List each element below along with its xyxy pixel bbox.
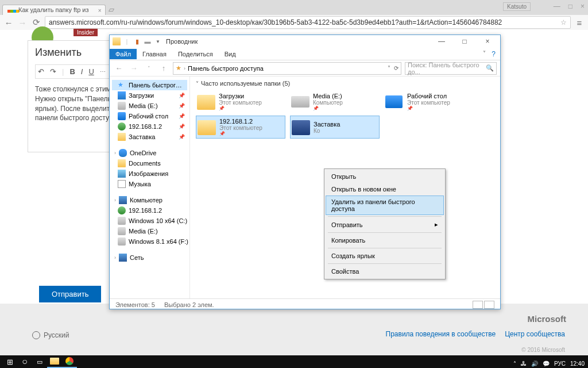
folder-zastavka[interactable]: ЗаставкаКо [290,116,380,139]
qat-sep-icon: | [122,37,131,46]
ctx-open[interactable]: Открыть [326,170,444,183]
nav-desktop[interactable]: Рабочий стол📌 [112,111,187,121]
nav-ip2[interactable]: 192.168.1.2 [112,205,187,216]
taskbar-explorer[interactable] [47,355,62,368]
section-header[interactable]: ˅ Часто используемые папки (5) [196,80,494,87]
qat-newfolder-icon[interactable]: ▬ [143,37,152,46]
nav-ip[interactable]: 192.168.1.2📌 [112,121,187,132]
tray-network-icon[interactable]: 🖧 [521,361,527,367]
ctx-create-shortcut[interactable]: Создать ярлык [326,250,444,262]
nav-documents[interactable]: Documents [112,158,187,168]
ribbon-expand-icon[interactable]: ˅ [483,50,486,58]
bold-button[interactable]: B [69,67,75,76]
nav-onedrive[interactable]: ›OneDrive [112,148,187,158]
explorer-back-icon[interactable]: ← [113,64,125,72]
footer-link-rules[interactable]: Правила поведения в сообществе [386,330,496,338]
tray-action-center-icon[interactable]: 💬 [543,361,550,367]
nav-win10[interactable]: Windows 10 x64 (C:) [112,216,187,226]
explorer-status-bar: Элементов: 5 Выбрано 2 элем. [110,298,500,310]
folder-downloads[interactable]: ЗагрузкиЭтот компьютер📌 [196,90,285,113]
tray-up-icon[interactable]: ˄ [513,361,516,367]
section-title: Часто используемые папки (5) [201,80,290,87]
chevron-right-icon: ▸ [435,221,438,228]
bookmark-star-icon[interactable]: ☆ [560,18,567,26]
ctx-unpin-quick-access[interactable]: Удалить из панели быстрого доступа [326,195,444,215]
view-large-icon[interactable] [484,301,494,309]
explorer-up-icon[interactable]: ↑ [158,64,169,72]
page-footer: Русский Microsoft Правила поведения в со… [0,304,588,355]
browser-tab[interactable]: Как удалить папку ftp из × [2,5,106,15]
nav-zastavka[interactable]: Заставка📌 [112,132,187,142]
ctx-send-to[interactable]: Отправить▸ [326,218,444,231]
nav-music[interactable]: Музыка [112,179,187,189]
nav-downloads[interactable]: Загрузки📌 [112,90,187,101]
restore-icon[interactable]: □ [568,2,572,10]
tab-close-icon[interactable]: × [98,7,102,14]
italic-button[interactable]: I [81,67,83,76]
chrome-user-badge[interactable]: Katsuto [503,2,531,11]
nav-media2[interactable]: Media (E:) [112,226,187,236]
ribbon-tabs: Файл Главная Поделиться Вид ˅ ? [110,48,500,60]
taskbar-chrome[interactable] [62,355,77,368]
reload-icon[interactable]: ⟳ [31,17,41,28]
close-icon[interactable]: × [581,2,585,10]
menu-icon[interactable]: ≡ [574,18,585,28]
ribbon-help-icon[interactable]: ? [492,50,496,58]
taskbar-search-icon[interactable]: ○ [17,355,32,368]
tray-language[interactable]: РУС [554,361,566,367]
minimize-icon[interactable]: — [554,2,560,10]
context-menu: Открыть Открыть в новом окне Удалить из … [324,168,446,279]
back-icon[interactable]: ← [3,18,14,28]
folder-icon [118,133,126,141]
nav-win81[interactable]: Windows 8.1 x64 (F:) [112,236,187,247]
network-folder-icon [118,206,126,214]
ribbon-tab-file[interactable]: Файл [110,49,137,59]
ctx-copy[interactable]: Копировать [326,234,444,247]
chrome-icon [65,357,74,365]
explorer-breadcrumb[interactable]: ★ › Панель быстрого доступа ˅⟳ [173,62,401,75]
ms-favicon-icon [7,7,14,14]
more-format-icon[interactable]: ⋯ [100,68,106,75]
ribbon-tab-share[interactable]: Поделиться [172,49,219,59]
tray-clock[interactable]: 12:40 [570,361,585,367]
qat-properties-icon[interactable]: ▮ [133,37,142,46]
folder-desktop[interactable]: Рабочий столЭтот компьютер📌 [384,90,474,113]
undo-icon[interactable]: ↶ [38,67,44,76]
nav-pictures[interactable]: Изображения [112,168,187,179]
submit-button[interactable]: Отправить [39,286,101,302]
underline-button[interactable]: U [88,67,94,76]
explorer-titlebar[interactable]: | ▮ ▬ ▼ Проводник — □ × [110,35,500,48]
view-details-icon[interactable] [473,301,483,309]
folder-ip[interactable]: 192.168.1.2Этот компьютер📌 [196,116,285,139]
explorer-close-icon[interactable]: × [477,36,498,47]
breadcrumb-dropdown-icon[interactable]: ˅ [388,65,390,71]
breadcrumb-refresh-icon[interactable]: ⟳ [394,65,399,71]
explorer-minimize-icon[interactable]: — [431,36,452,47]
redo-icon[interactable]: ↷ [50,67,56,76]
forward-icon[interactable]: → [17,18,28,28]
ribbon-tab-view[interactable]: Вид [219,49,242,59]
nav-network[interactable]: ›Сеть [112,252,187,263]
address-bar[interactable]: answers.microsoft.com/ru-ru/windows/foru… [45,16,571,29]
ctx-properties[interactable]: Свойства [326,265,444,278]
qat-dropdown-icon[interactable]: ▼ [153,37,163,46]
nav-computer[interactable]: ›Компьютер [112,195,187,205]
ctx-separator [328,216,442,217]
ctx-open-new-window[interactable]: Открыть в новом окне [326,183,444,195]
explorer-address-row: ← → ˅ ↑ ★ › Панель быстрого доступа ˅⟳ П… [110,60,500,76]
ribbon-tab-home[interactable]: Главная [137,49,172,59]
explorer-forward-icon[interactable]: → [128,64,140,72]
explorer-recent-icon[interactable]: ˅ [143,66,154,71]
network-icon [119,254,127,262]
navigation-pane: ★Панель быстрого доступа Загрузки📌 Media… [110,76,190,298]
nav-media[interactable]: Media (E:)📌 [112,101,187,111]
tray-volume-icon[interactable]: 🔊 [531,361,538,367]
start-button[interactable]: ⊞ [2,355,17,368]
explorer-search[interactable]: Поиск: Панель быстрого до... 🔍 [405,62,497,75]
footer-link-center[interactable]: Центр сообщества [505,330,565,338]
taskbar-taskview-icon[interactable]: ▭ [32,355,47,368]
folder-media[interactable]: Media (E:)Компьютер📌 [290,90,380,113]
explorer-maximize-icon[interactable]: □ [454,36,475,47]
nav-quick-access[interactable]: ★Панель быстрого доступа [112,80,187,90]
new-tab-button[interactable]: ▱ [106,5,117,15]
